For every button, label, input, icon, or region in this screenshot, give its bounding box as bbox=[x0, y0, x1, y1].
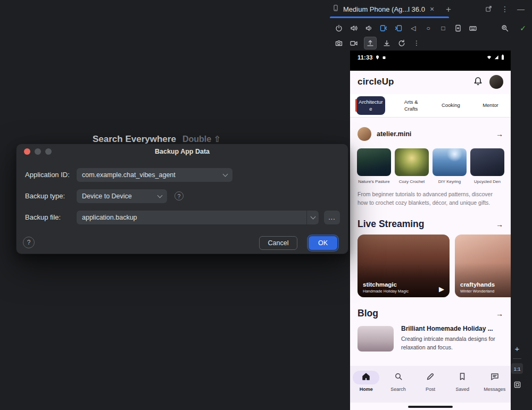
nav-saved[interactable]: Saved bbox=[446, 366, 478, 403]
tab-arts-crafts[interactable]: Arts & Crafts bbox=[397, 99, 425, 113]
search-everywhere-hint: Search EverywhereDouble ⇧ bbox=[93, 134, 221, 145]
story-card-image bbox=[470, 148, 504, 176]
profile-arrow-icon[interactable]: → bbox=[496, 130, 503, 138]
back-button[interactable]: ◁ bbox=[409, 23, 418, 33]
blog-arrow-icon[interactable]: → bbox=[496, 309, 503, 318]
panel-options-icon[interactable]: ⋮ bbox=[501, 5, 509, 13]
fold-device-icon[interactable] bbox=[379, 23, 388, 33]
emulator-tab-title: Medium Phone (Ag...l 36.0 bbox=[343, 5, 425, 13]
close-tab-icon[interactable]: × bbox=[429, 5, 435, 13]
status-time: 11:33 bbox=[358, 54, 373, 61]
application-id-label: Application ID: bbox=[25, 168, 70, 182]
status-bar: 11:33 bbox=[350, 51, 511, 71]
new-tab-button[interactable]: + bbox=[440, 5, 456, 14]
ok-button[interactable]: OK bbox=[309, 236, 337, 250]
notification-icon bbox=[382, 55, 386, 60]
screen-record-button[interactable] bbox=[349, 38, 359, 48]
screen: Search EverywhereDouble ⇧ Medium Phone (… bbox=[0, 0, 532, 410]
backup-type-help-icon[interactable]: ? bbox=[174, 191, 184, 200]
dialog-title: Backup App Data bbox=[16, 148, 348, 155]
tab-mentor[interactable]: Mentor bbox=[477, 102, 504, 109]
chevron-down-icon bbox=[223, 171, 228, 177]
profile-avatar bbox=[358, 127, 371, 141]
power-button[interactable] bbox=[334, 23, 344, 33]
play-icon[interactable]: ▶ bbox=[439, 285, 444, 293]
selected-tab-accent bbox=[355, 99, 357, 112]
story-card-image bbox=[395, 148, 429, 176]
chat-icon bbox=[490, 372, 500, 383]
nav-post[interactable]: Post bbox=[414, 366, 446, 403]
find-icon[interactable] bbox=[500, 23, 510, 33]
story-card[interactable]: DIY Keyring bbox=[433, 148, 467, 184]
fit-screen-icon[interactable] bbox=[511, 379, 523, 390]
toolbar-more-icon[interactable]: ⋮ bbox=[412, 38, 421, 48]
chevron-down-icon bbox=[157, 193, 163, 198]
profile-description: From beginner tutorials to advanced patt… bbox=[358, 190, 504, 207]
notifications-bell-icon[interactable] bbox=[473, 76, 483, 88]
profile-name: atelier.mini bbox=[377, 130, 411, 138]
combobox-dropdown-button[interactable] bbox=[307, 211, 319, 224]
user-avatar[interactable] bbox=[489, 75, 503, 89]
overview-button[interactable]: □ bbox=[438, 23, 448, 33]
gesture-handle[interactable] bbox=[408, 406, 453, 408]
nav-messages[interactable]: Messages bbox=[479, 366, 511, 403]
volume-up-button[interactable] bbox=[349, 23, 359, 33]
story-card[interactable]: Upcycled Den bbox=[470, 148, 504, 184]
panel-controls: ⋮ — bbox=[485, 5, 532, 14]
status-right-icons bbox=[486, 53, 504, 62]
story-cards-row: Nature's Pasture Cozy Crochet DIY Keyrin… bbox=[350, 148, 511, 184]
stream-card[interactable]: stitchmagic Handmade Holiday Magic ▶ bbox=[358, 235, 450, 297]
pencil-icon bbox=[426, 372, 435, 383]
zoom-toolbar: + 1:1 bbox=[510, 342, 525, 390]
active-tab-indicator bbox=[330, 16, 449, 18]
screenshot-camera-button[interactable] bbox=[334, 38, 344, 48]
story-card[interactable]: Nature's Pasture bbox=[357, 148, 391, 184]
backup-type-select[interactable]: Device to Device bbox=[77, 189, 167, 203]
unfold-device-icon[interactable] bbox=[394, 23, 403, 33]
blog-header: Blog → bbox=[350, 308, 511, 319]
battery-icon bbox=[501, 53, 504, 62]
blog-post[interactable]: Brilliant Homemade Holiday ... Creating … bbox=[358, 325, 505, 356]
backup-file-combobox[interactable]: application.backup bbox=[77, 211, 319, 224]
tab-cooking[interactable]: Cooking bbox=[437, 102, 464, 109]
story-card[interactable]: Cozy Crochet bbox=[395, 148, 429, 184]
emulator-tab[interactable]: Medium Phone (Ag...l 36.0 × bbox=[326, 0, 440, 18]
browse-file-button[interactable]: ... bbox=[324, 211, 340, 224]
blog-post-excerpt: Creating intricate mandala designs for r… bbox=[401, 335, 505, 352]
search-everywhere-label: Search Everywhere bbox=[93, 134, 176, 144]
tab-architecture[interactable]: Architecture bbox=[356, 96, 385, 115]
zoom-in-button[interactable]: + bbox=[511, 342, 523, 354]
cancel-button[interactable]: Cancel bbox=[259, 236, 297, 250]
nav-search[interactable]: Search bbox=[382, 366, 414, 403]
volume-down-button[interactable] bbox=[364, 23, 373, 33]
app-title: circleUp bbox=[358, 77, 394, 87]
open-in-window-icon[interactable] bbox=[485, 5, 493, 14]
search-icon bbox=[394, 372, 403, 383]
save-file-button[interactable] bbox=[382, 38, 392, 48]
zoom-reset-button[interactable]: 1:1 bbox=[511, 363, 523, 374]
hide-panel-icon[interactable]: — bbox=[517, 5, 525, 13]
snapshot-page-icon[interactable] bbox=[453, 23, 463, 33]
stream-card[interactable]: craftyhands Winter Wonderland bbox=[455, 235, 511, 297]
keyboard-input-icon[interactable] bbox=[468, 23, 478, 33]
location-icon bbox=[375, 55, 380, 60]
live-streaming-arrow-icon[interactable]: → bbox=[496, 220, 503, 229]
push-file-button[interactable] bbox=[364, 37, 377, 49]
bookmark-icon bbox=[458, 372, 467, 383]
nav-home[interactable]: Home bbox=[350, 366, 382, 403]
bottom-navigation: Home Search Post Saved bbox=[350, 366, 511, 403]
application-id-select[interactable]: com.example.chat_vibes_agent bbox=[77, 168, 232, 182]
home-icon bbox=[361, 372, 371, 383]
chevron-down-icon bbox=[310, 214, 315, 219]
live-streaming-title: Live Streaming bbox=[358, 219, 424, 230]
emulator-tab-bar: Medium Phone (Ag...l 36.0 × + ⋮ — bbox=[326, 0, 532, 18]
restore-snapshot-button[interactable] bbox=[397, 38, 406, 48]
blog-post-image bbox=[358, 326, 394, 352]
emulator-screen[interactable]: 11:33 bbox=[350, 51, 511, 410]
profile-row[interactable]: atelier.mini → bbox=[350, 125, 511, 143]
wifi-icon bbox=[486, 53, 492, 62]
dialog-help-button[interactable]: ? bbox=[23, 237, 35, 248]
story-card-image bbox=[357, 148, 391, 176]
home-button[interactable]: ○ bbox=[423, 23, 433, 33]
live-streams-row: stitchmagic Handmade Holiday Magic ▶ cra… bbox=[350, 235, 511, 297]
